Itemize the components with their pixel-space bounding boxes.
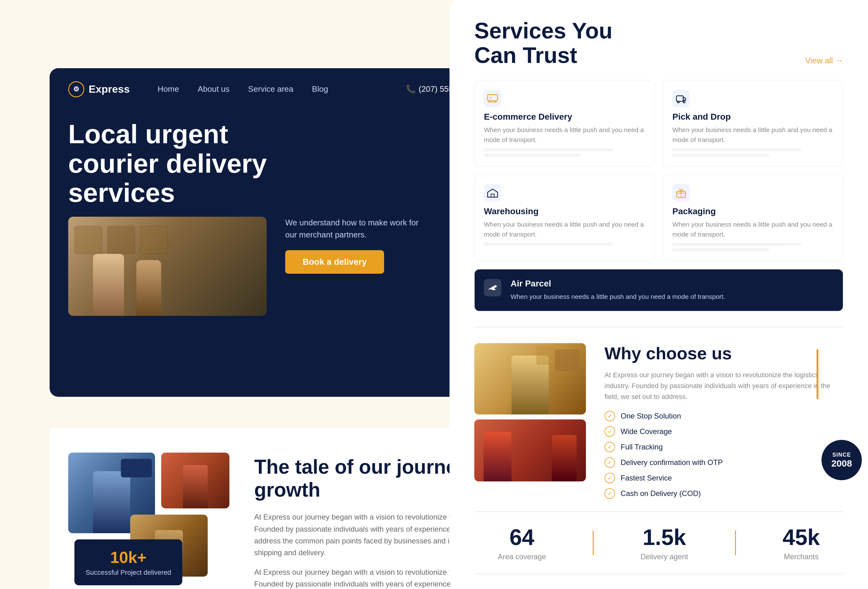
feature-6: ✓ Cash on Delivery (COD)	[604, 488, 843, 499]
stat-val-1: 64	[497, 524, 546, 550]
services-grid: E-commerce Delivery When your business n…	[474, 80, 843, 311]
warehousing-icon	[484, 184, 501, 202]
stat-desc-2: Delivery agent	[641, 552, 688, 561]
service-card-packaging: Packaging When your business needs a lit…	[663, 174, 843, 261]
testimonials-section: What People Say About Our Courier Servic…	[450, 574, 868, 589]
nav-home[interactable]: Home	[158, 84, 179, 94]
stat-number: 10k+	[86, 548, 171, 567]
services-section: Services You Can Trust View all → E-comm…	[450, 0, 868, 327]
service-desc-ecommerce: When your business needs a little push a…	[484, 125, 645, 145]
why-image-top	[474, 343, 586, 415]
service-desc-air-parcel: When your business needs a little push a…	[511, 292, 725, 302]
check-icon-6: ✓	[604, 488, 615, 499]
stat-val-3: 45k	[782, 524, 820, 550]
stats-section: 64 Area coverage 1.5k Delivery agent 45k…	[450, 512, 868, 574]
feature-1: ✓ One Stop Solution	[604, 411, 843, 421]
stat-val-2: 1.5k	[641, 524, 688, 550]
feature-2: ✓ Wide Coverage	[604, 426, 843, 437]
check-icon-5: ✓	[604, 473, 615, 483]
packaging-icon	[672, 184, 690, 202]
nav-about[interactable]: About us	[198, 84, 230, 94]
pick-drop-icon	[672, 90, 690, 107]
right-panel: Services You Can Trust View all → E-comm…	[450, 0, 868, 589]
page-wrapper: ⚙ Express Home About us Service area Blo…	[0, 0, 868, 589]
about-image-top-right	[161, 453, 229, 508]
service-card-pick-drop: Pick and Drop When your business needs a…	[663, 80, 843, 167]
why-features-list: ✓ One Stop Solution ✓ Wide Coverage ✓ Fu…	[604, 411, 843, 499]
service-name-ecommerce: E-commerce Delivery	[484, 112, 645, 122]
service-name-air-parcel: Air Parcel	[511, 279, 725, 289]
nav-blog[interactable]: Blog	[312, 84, 328, 94]
stat-desc-1: Area coverage	[497, 552, 546, 561]
svg-point-1	[490, 97, 492, 99]
service-name-warehousing: Warehousing	[484, 207, 645, 216]
service-card-air-parcel: Air Parcel When your business needs a li…	[474, 269, 843, 311]
svg-rect-0	[488, 94, 497, 101]
view-all-link[interactable]: View all →	[805, 56, 843, 65]
about-stat-badge: 10k+ Successful Project delivered	[74, 539, 182, 585]
why-title: Why choose us	[604, 343, 843, 363]
nav-links: Home About us Service area Blog	[158, 84, 328, 94]
stat-divider-1	[593, 530, 593, 555]
book-delivery-button[interactable]: Book a delivery	[285, 250, 384, 274]
svg-point-3	[678, 101, 679, 103]
nav-service-area[interactable]: Service area	[248, 84, 293, 94]
hero-main-image	[68, 217, 267, 316]
check-icon-2: ✓	[604, 426, 615, 437]
since-badge: SINCE 2008	[822, 440, 862, 480]
stat-label: Successful Project delivered	[86, 568, 171, 577]
since-year: 2008	[831, 458, 852, 469]
hero-title: Local urgent courier delivery services	[68, 120, 322, 207]
hero-description: We understand how to make work for our m…	[285, 217, 422, 241]
svg-point-4	[683, 101, 685, 103]
services-title: Services You Can Trust	[474, 19, 629, 68]
logo-text: Express	[89, 83, 130, 95]
feature-3: ✓ Full Tracking	[604, 442, 843, 452]
service-card-ecommerce: E-commerce Delivery When your business n…	[474, 80, 655, 167]
logo-icon: ⚙	[68, 81, 84, 97]
check-icon-3: ✓	[604, 442, 615, 452]
stat-area-coverage: 64 Area coverage	[497, 524, 546, 561]
stat-divider-2	[735, 530, 736, 555]
orange-accent-bar	[816, 349, 818, 399]
check-icon-4: ✓	[604, 457, 615, 468]
ecommerce-icon	[484, 90, 501, 107]
service-name-packaging: Packaging	[672, 207, 834, 216]
service-card-warehousing: Warehousing When your business needs a l…	[474, 174, 655, 261]
air-parcel-icon	[484, 279, 501, 296]
why-images: SINCE 2008	[474, 343, 586, 481]
why-image-bottom	[474, 419, 586, 481]
services-header: Services You Can Trust View all →	[474, 19, 843, 68]
service-desc-warehousing: When your business needs a little push a…	[484, 220, 645, 239]
why-desc: At Express our journey began with a visi…	[604, 369, 843, 402]
stat-merchants: 45k Merchants	[782, 524, 820, 561]
service-name-pick-drop: Pick and Drop	[672, 112, 834, 122]
about-images: 10k+ Successful Project delivered	[68, 453, 229, 583]
why-section: SINCE 2008 Why choose us At Express our …	[450, 328, 868, 512]
why-content: Why choose us At Express our journey beg…	[604, 343, 843, 499]
check-icon-1: ✓	[604, 411, 615, 421]
stat-desc-3: Merchants	[782, 552, 820, 561]
svg-rect-2	[676, 96, 683, 101]
feature-4: ✓ Delivery confirmation with OTP	[604, 457, 843, 468]
service-desc-packaging: When your business needs a little push a…	[672, 220, 834, 239]
stat-delivery-agent: 1.5k Delivery agent	[641, 524, 688, 561]
feature-5: ✓ Fastest Service	[604, 473, 843, 483]
since-label: SINCE	[833, 452, 851, 458]
service-desc-pick-drop: When your business needs a little push a…	[672, 125, 834, 145]
svg-rect-5	[491, 194, 494, 197]
logo: ⚙ Express	[68, 81, 130, 97]
testimonials-title: What People Say About Our Courier Servic…	[474, 587, 843, 589]
